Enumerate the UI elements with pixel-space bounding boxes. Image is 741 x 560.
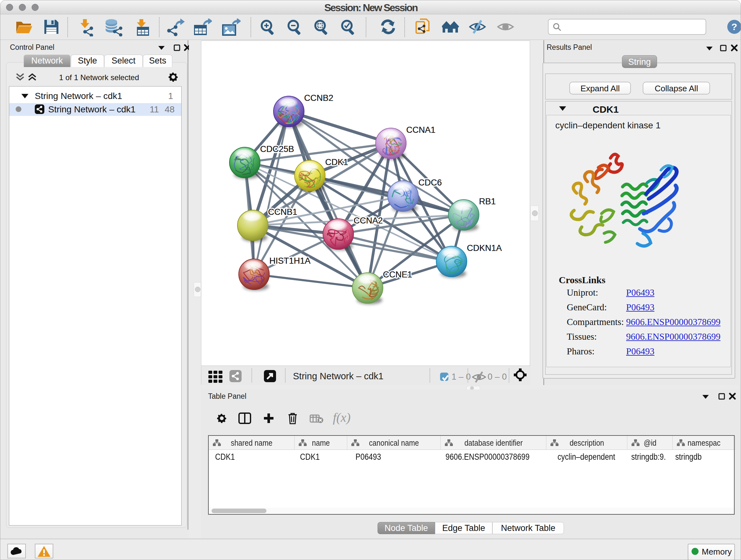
svg-text:CCNB2: CCNB2 <box>304 93 333 103</box>
svg-text:CDKN1A: CDKN1A <box>467 243 502 253</box>
svg-text:CCNE1: CCNE1 <box>383 270 412 279</box>
svg-text:CCNB1: CCNB1 <box>268 207 297 217</box>
svg-text:CCNA2: CCNA2 <box>354 216 383 226</box>
svg-text:HIST1H1A: HIST1H1A <box>269 256 311 266</box>
svg-text:CDK1: CDK1 <box>325 158 348 167</box>
svg-text:CDC25B: CDC25B <box>260 144 294 154</box>
svg-text:CDC6: CDC6 <box>418 178 442 187</box>
svg-text:?: ? <box>731 21 737 32</box>
svg-text:CCNA1: CCNA1 <box>406 125 435 135</box>
svg-text:RB1: RB1 <box>479 197 496 206</box>
